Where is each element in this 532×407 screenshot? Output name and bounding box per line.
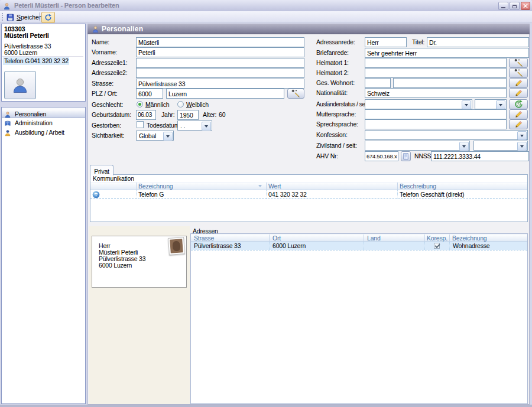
koresp-checkbox[interactable] [434,243,440,249]
avatar-button[interactable] [4,71,36,99]
sprechsprache-input[interactable] [365,119,507,129]
heimatort2-label: Heimatort 2: [316,69,349,77]
adressen-row[interactable]: Pülverlistrasse 33 6000 Luzern Wohnadres… [191,242,527,250]
sichtbarkeit-combo[interactable]: Global [136,131,174,141]
column-header-bezeichnung[interactable]: Bezeichnung [138,183,254,190]
cell-bezeichnung: Telefon G [138,191,164,198]
maennlich-radio[interactable] [137,101,143,108]
sidebar-item-administration[interactable]: Administration [2,118,85,128]
adressanrede-input[interactable] [365,37,407,47]
chevron-down-icon [459,142,469,151]
muttersprache-input[interactable] [365,109,507,119]
konfession-combo[interactable] [365,130,528,140]
wand-icon [291,89,300,98]
name-input[interactable] [136,37,304,47]
ges-wohnort-ort-input[interactable] [393,78,507,88]
column-header-land[interactable]: Land [367,235,421,242]
ges-wohnort-plz-input[interactable] [365,78,391,88]
muttersprache-label: Muttersprache: [316,110,356,118]
column-header-wert[interactable]: Wert [268,183,392,190]
heimatort1-lookup-button[interactable] [509,58,528,68]
phone-value: : 041 320 32 32 [27,57,69,65]
nationalitaet-edit-button[interactable] [509,88,528,98]
cell-strasse: Pülverlistrasse 33 [194,242,241,250]
minimize-button[interactable] [498,2,508,10]
titel-input[interactable] [427,37,529,47]
zivilstand-combo[interactable] [365,141,470,151]
minimize-icon [501,7,505,8]
todesdatum-combo[interactable]: . . [177,121,212,131]
window-person-icon [3,2,11,9]
cell-bezeichnung: Wohnadresse [453,242,489,250]
plz-input[interactable] [136,89,163,99]
adress-preview-card: Herr Müsterli Peterli Pülverlistrasse 33… [92,236,187,288]
kommunikation-row[interactable]: Telefon G 041 320 32 32 Telefon Geschäft… [90,190,527,198]
auslaenderstatus-history-button[interactable] [509,99,528,109]
gestorben-checkbox[interactable] [137,121,144,128]
jahr-input[interactable] [177,110,199,120]
refresh-icon [44,14,52,21]
alter-value: 60 [219,111,225,119]
chevron-down-icon [517,142,527,151]
heimatort1-input[interactable] [365,58,507,68]
geburtsdatum-label: Geburtsdatum: [92,111,131,119]
muttersprache-edit-button[interactable] [509,109,528,119]
heimatort2-input[interactable] [365,68,507,78]
plz-ort-label: PLZ / Ort: [92,90,118,97]
adresszeile1-input[interactable] [136,58,304,68]
auslaenderstatus-combo[interactable] [365,99,472,109]
application-window: Peterli Müsterli - Person bearbeiten Spe… [0,0,532,407]
phone-icon [92,190,100,201]
ahv-lookup-button[interactable] [401,151,411,161]
pencil-icon [514,120,523,129]
nav-panel [1,107,86,404]
tab-privat[interactable]: Privat [90,165,113,175]
chevron-down-icon [462,100,471,109]
save-button[interactable]: Speichern [5,12,46,22]
titel-label: Titel: [412,38,424,46]
nnss-input[interactable] [431,151,529,161]
wand-icon [514,58,523,67]
maennlich-radio-label: Männlich [145,101,169,109]
row-divider [90,198,527,199]
column-header-ort[interactable]: Ort [273,235,360,242]
ort-input[interactable] [166,89,284,99]
sichtbarkeit-label: Sichtbarkeit: [92,132,124,139]
auslaenderstatus-seit-combo[interactable] [475,99,507,109]
row-separator [269,242,270,250]
row-divider [191,250,527,250]
close-button[interactable] [521,2,530,10]
briefanrede-label: Briefanrede: [316,49,349,57]
geburtsdatum-input[interactable] [136,110,156,120]
refresh-button[interactable] [41,12,55,23]
section-header-title: Personalien [102,25,143,33]
column-header-strasse[interactable]: Strasse [194,235,266,242]
nnss-label: NNSS: [414,152,433,160]
vorname-input[interactable] [136,47,304,57]
column-header-bezeichnung[interactable]: Bezeichnung [452,235,525,242]
briefanrede-input[interactable] [365,48,529,58]
ahv-input[interactable] [365,151,398,161]
column-separator [364,235,364,241]
sidebar-item-ausbildung[interactable]: Ausbildung / Arbeit [2,128,85,137]
column-header-koresp[interactable]: Koresp... [427,235,448,242]
toolbar-separator [39,12,40,21]
weiblich-radio[interactable] [177,101,184,108]
ges-wohnort-edit-button[interactable] [509,78,528,88]
pencil-icon [514,110,523,119]
strasse-input[interactable] [136,79,304,89]
sprechsprache-edit-button[interactable] [509,119,528,129]
stamp-icon [168,237,185,255]
nationalitaet-input[interactable] [365,88,507,98]
sidebar-item-personalien[interactable]: Personalien [2,109,85,118]
plz-lookup-button[interactable] [287,89,304,99]
todesdatum-label: Todesdatum: [147,122,181,129]
toolbar-grip [2,13,3,21]
alter-label: Alter: [203,111,216,119]
row-separator [266,190,267,198]
zivilstand-seit-combo[interactable] [473,141,528,151]
column-header-beschreibung[interactable]: Beschreibung [400,183,524,190]
restore-button[interactable] [510,2,520,10]
adresszeile2-input[interactable] [136,68,304,78]
heimatort2-lookup-button[interactable] [509,68,528,78]
